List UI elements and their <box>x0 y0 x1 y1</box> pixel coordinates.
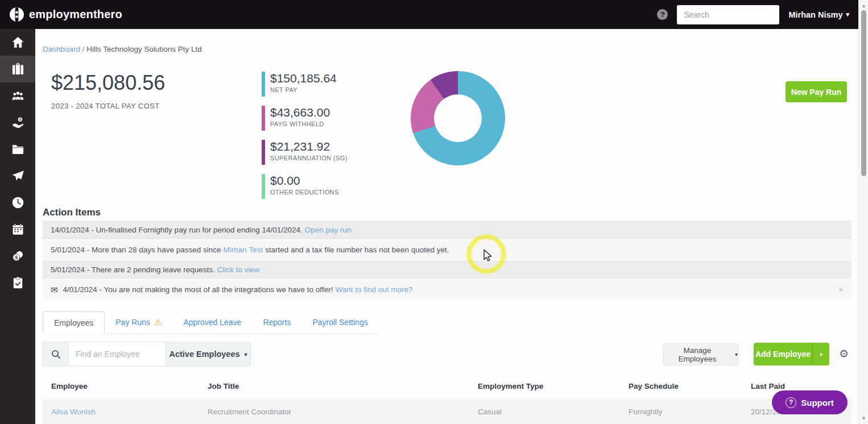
employee-name-link[interactable]: Ailsa Wonish <box>51 408 96 416</box>
payg-value: $43,663.00 <box>270 106 330 119</box>
super-value: $21,231.92 <box>270 140 348 153</box>
sidebar-item-home[interactable] <box>0 29 35 56</box>
super-label: SUPERANNUATION (SG) <box>270 155 348 161</box>
add-employee-dropdown[interactable]: ▾ <box>812 343 829 365</box>
breadcrumb-separator: / <box>82 45 85 53</box>
tab-reports[interactable]: Reports <box>252 311 301 333</box>
chevron-down-icon: ▾ <box>735 351 738 358</box>
col-employment-type: Employment Type <box>478 382 543 390</box>
net-pay-label: NET PAY <box>270 86 337 93</box>
other-deductions-label: OTHER DEDUCTIONS <box>270 189 339 196</box>
action-item-text: 5/01/2024 - More than 28 days have passe… <box>51 246 221 254</box>
support-label: Support <box>801 398 834 408</box>
job-title-cell: Recruitment Coordinator <box>208 408 291 416</box>
gear-icon[interactable]: ⚙ <box>839 347 849 360</box>
tab-label: Employees <box>54 318 93 327</box>
sidebar-nav: $ $ <box>0 29 35 424</box>
global-search-input[interactable] <box>677 5 779 24</box>
svg-text:$: $ <box>15 255 18 260</box>
tab-label: Pay Runs <box>115 318 150 327</box>
calendar-icon <box>11 222 25 236</box>
breadcrumb: Dashboard / Hills Technology Solutions P… <box>43 45 202 53</box>
employment-type-cell: Casual <box>478 408 502 416</box>
stat-payg-withheld: $43,663.00 PAYG WITHHELD <box>262 106 330 131</box>
tab-label: Approved Leave <box>183 318 241 327</box>
sidebar-item-tasks[interactable] <box>0 269 35 296</box>
sidebar-item-leave[interactable] <box>0 163 35 189</box>
clipboard-check-icon <box>11 276 25 290</box>
stat-superannuation: $21,231.92 SUPERANNUATION (SG) <box>262 140 348 165</box>
active-employees-dropdown[interactable]: Active Employees ▾ <box>166 342 250 366</box>
add-employee-button[interactable]: Add Employee <box>754 343 812 365</box>
clock-icon <box>11 196 25 210</box>
scroll-up-icon[interactable]: ▲ <box>859 3 868 9</box>
user-name: Mirhan Nismy <box>788 10 842 19</box>
action-item-tfn: 5/01/2024 - More than 28 days have passe… <box>43 240 852 259</box>
help-icon[interactable]: ? <box>657 9 668 20</box>
tab-label: Reports <box>263 318 291 327</box>
payg-color-bar <box>262 106 265 131</box>
warning-icon: ⚠ <box>154 317 162 327</box>
stat-other-deductions: $0.00 OTHER DEDUCTIONS <box>262 174 339 199</box>
support-help-icon: ? <box>786 397 796 408</box>
add-employee-split-button: Add Employee ▾ <box>754 343 829 365</box>
net-pay-value: $150,185.64 <box>270 72 337 85</box>
page-scrollbar[interactable]: ▲ ▼ <box>858 0 868 424</box>
new-pay-run-button[interactable]: New Pay Run <box>786 81 847 102</box>
total-pay-cost-value: $215,080.56 <box>51 71 165 95</box>
user-menu[interactable]: Mirhan Nismy ▾ <box>788 10 849 19</box>
brand-name: employmenthero <box>29 8 122 21</box>
briefcase-icon <box>11 62 25 76</box>
other-deductions-value: $0.00 <box>270 174 339 188</box>
col-last-paid: Last Paid <box>751 382 785 390</box>
coins-icon: $ <box>11 249 25 263</box>
close-icon[interactable]: × <box>838 285 844 295</box>
sidebar-item-timesheets[interactable] <box>0 189 35 216</box>
pay-schedule-cell: Fornightly <box>629 408 662 416</box>
sidebar-item-expenses[interactable]: $ <box>0 243 35 269</box>
folder-icon <box>11 142 25 156</box>
brand-logo-icon <box>9 7 24 22</box>
manage-employees-button[interactable]: Manage Employees ▾ <box>663 343 738 365</box>
mouse-cursor <box>482 249 494 262</box>
employee-table-header: Employee Job Title Employment Type Pay S… <box>43 382 852 399</box>
scrollbar-thumb[interactable] <box>861 10 866 176</box>
action-item-leave-requests: 5/01/2024 - There are 2 pending leave re… <box>43 260 852 279</box>
col-job-title: Job Title <box>208 382 239 390</box>
tab-pay-runs[interactable]: Pay Runs ⚠ <box>105 311 172 333</box>
action-item-text: 14/01/2024 - Un-finalised Fornightly pay… <box>51 226 303 234</box>
sidebar-item-documents[interactable] <box>0 136 35 163</box>
brand-logo[interactable]: employmenthero <box>9 7 122 22</box>
sidebar-item-rosters[interactable] <box>0 216 35 243</box>
support-button[interactable]: ? Support <box>772 390 848 414</box>
top-navbar: employmenthero ? Mirhan Nismy ▾ <box>0 0 858 29</box>
search-icon <box>43 342 68 366</box>
open-pay-run-link[interactable]: Open pay run <box>305 226 352 234</box>
breadcrumb-current: Hills Technology Solutions Pty Ltd <box>86 45 201 53</box>
click-to-view-link[interactable]: Click to view <box>217 265 260 274</box>
stat-net-pay: $150,185.64 NET PAY <box>262 72 337 97</box>
tab-employees[interactable]: Employees <box>43 311 105 334</box>
col-pay-schedule: Pay Schedule <box>629 382 679 390</box>
find-employee-input[interactable] <box>68 342 166 366</box>
action-item-text: started and a tax file number has not be… <box>265 246 449 254</box>
sidebar-item-business[interactable] <box>0 56 35 82</box>
action-item-payrun: 14/01/2024 - Un-finalised Fornightly pay… <box>43 221 852 239</box>
scroll-down-icon[interactable]: ▼ <box>859 415 868 421</box>
employee-mirhan-test-link[interactable]: Mirhan Test <box>223 246 263 254</box>
find-out-more-link[interactable]: Want to find out more? <box>335 285 412 294</box>
tab-payroll-settings[interactable]: Payroll Settings <box>301 311 378 333</box>
tab-approved-leave[interactable]: Approved Leave <box>172 311 252 333</box>
navbar-right: ? Mirhan Nismy ▾ <box>657 5 849 24</box>
svg-text:$: $ <box>19 117 21 121</box>
action-item-integrations: ✉ 4/01/2024 - You are not making the mos… <box>43 280 852 299</box>
net-pay-color-bar <box>262 72 265 97</box>
hand-coin-icon: $ <box>11 115 25 130</box>
home-icon <box>11 35 25 49</box>
sidebar-item-people[interactable] <box>0 82 35 109</box>
chevron-down-icon: ▾ <box>820 351 822 358</box>
breadcrumb-dashboard-link[interactable]: Dashboard <box>43 45 80 53</box>
people-icon <box>11 89 25 103</box>
envelope-icon: ✉ <box>51 285 58 295</box>
sidebar-item-payroll[interactable]: $ <box>0 109 35 136</box>
